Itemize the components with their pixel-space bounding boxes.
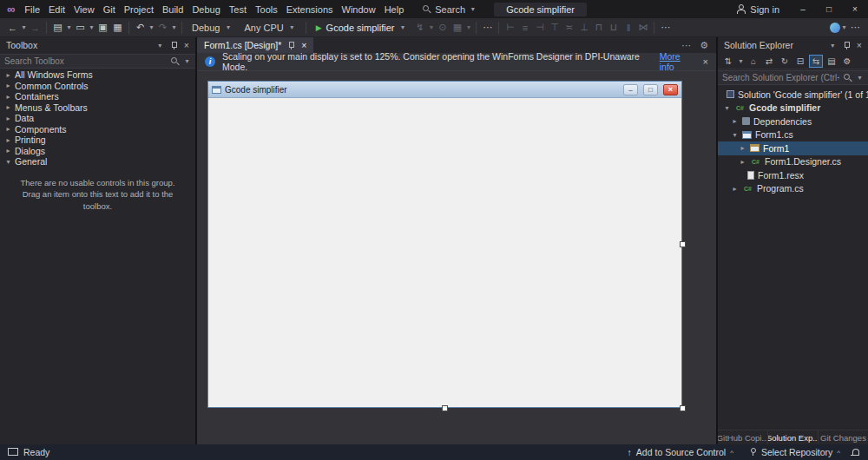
close-icon[interactable]: × [301, 40, 306, 50]
tree-item-project[interactable]: ▾ C# Gcode simplifier [718, 102, 868, 115]
select-repository-button[interactable]: Select Repository ^ [744, 447, 845, 457]
start-debugging-button[interactable]: ▶ Gcode simplifier ▾ [310, 21, 413, 35]
refresh-icon[interactable]: ↻ [778, 55, 792, 68]
toolbox-group-data[interactable]: ▸ Data [0, 113, 195, 124]
navigate-back-icon[interactable]: ← [5, 20, 20, 36]
design-form[interactable]: Gcode simplifier – □ × [207, 81, 682, 408]
search-icon[interactable] [170, 56, 180, 66]
toolbox-group-menus-toolbars[interactable]: ▸ Menus & Toolbars [0, 102, 195, 114]
menu-build[interactable]: Build [158, 3, 187, 16]
form-title-bar[interactable]: Gcode simplifier – □ × [208, 82, 681, 98]
toolbox-group-common-controls[interactable]: ▸ Common Controls [0, 81, 195, 92]
switch-views-dropdown-icon[interactable]: ▾ [737, 57, 745, 65]
menu-help[interactable]: Help [380, 3, 409, 16]
chevron-right-icon[interactable]: ▸ [739, 144, 746, 152]
menu-file[interactable]: File [20, 3, 44, 16]
chevron-down-icon[interactable]: ▾ [731, 131, 739, 139]
more-info-link[interactable]: More info [660, 51, 696, 72]
menu-extensions[interactable]: Extensions [282, 3, 338, 16]
resize-handle-right[interactable] [680, 241, 686, 247]
search-options-icon[interactable]: ▾ [856, 74, 864, 82]
window-position-icon[interactable]: ▾ [156, 42, 164, 49]
tab-github-copilot[interactable]: GitHub Copi... [718, 430, 768, 444]
save-all-icon[interactable]: ▦ [110, 20, 125, 36]
tree-item-solution[interactable]: Solution 'Gcode simplifier' (1 of 1 proj… [718, 88, 868, 102]
pin-icon[interactable] [170, 41, 178, 50]
tree-item-dependencies[interactable]: ▸ Dependencies [718, 115, 868, 128]
toolbox-group-all-windows-forms[interactable]: ▸ All Windows Forms [0, 69, 195, 81]
open-file-dropdown-icon[interactable]: ▾ [88, 23, 95, 31]
chevron-down-icon[interactable]: ▾ [4, 158, 12, 166]
chevron-right-icon[interactable]: ▸ [4, 93, 12, 101]
toolbox-search-input[interactable] [4, 56, 167, 66]
tree-item-form1-designer-cs[interactable]: ▸ C# Form1.Designer.cs [718, 155, 868, 169]
home-icon[interactable]: ⌂ [746, 55, 760, 68]
chevron-down-icon[interactable]: ▾ [723, 104, 731, 112]
toolbox-group-containers[interactable]: ▸ Containers [0, 91, 195, 102]
chevron-right-icon[interactable]: ▸ [4, 125, 12, 133]
close-icon[interactable]: × [857, 40, 862, 50]
form-minimize-button[interactable]: – [623, 84, 638, 95]
tab-solution-explorer[interactable]: Solution Exp... [768, 430, 819, 444]
pin-icon[interactable] [287, 41, 295, 50]
designer-toolbar-more-icon[interactable]: ⋯ [658, 20, 673, 36]
window-position-icon[interactable]: ▾ [829, 42, 837, 49]
close-icon[interactable]: × [184, 40, 189, 50]
navigate-back-dropdown-icon[interactable]: ▾ [20, 23, 28, 31]
background-tasks-icon[interactable] [8, 448, 17, 457]
chevron-right-icon[interactable]: ▸ [731, 117, 739, 125]
undo-dropdown-icon[interactable]: ▾ [148, 23, 155, 31]
toolbar-overflow-icon[interactable]: ⋯ [848, 20, 863, 36]
pin-icon[interactable] [843, 41, 851, 50]
chevron-right-icon[interactable]: ▸ [4, 136, 12, 144]
form-client-area[interactable] [208, 98, 681, 407]
show-all-files-icon[interactable]: ▤ [825, 55, 838, 68]
switch-views-icon[interactable]: ⇅ [721, 55, 735, 68]
add-to-source-control-button[interactable]: ↑ Add to Source Control ^ [622, 447, 739, 457]
chevron-right-icon[interactable]: ▸ [4, 103, 12, 111]
chevron-right-icon[interactable]: ▸ [4, 82, 12, 89]
tree-item-form1-resx[interactable]: Form1.resx [718, 168, 868, 182]
collapse-all-icon[interactable]: ⊟ [793, 55, 807, 68]
menu-edit[interactable]: Edit [44, 3, 69, 16]
menu-debug[interactable]: Debug [187, 3, 224, 16]
chevron-right-icon[interactable]: ▸ [731, 185, 739, 193]
save-icon[interactable]: ▣ [95, 20, 110, 36]
new-file-dropdown-icon[interactable]: ▾ [65, 23, 73, 31]
toolbox-group-components[interactable]: ▸ Components [0, 124, 195, 135]
toolbox-group-printing[interactable]: ▸ Printing [0, 135, 195, 146]
tab-git-changes[interactable]: Git Changes [819, 430, 868, 444]
chevron-right-icon[interactable]: ▸ [4, 147, 12, 154]
designer-surface[interactable]: Gcode simplifier – □ × [197, 71, 716, 444]
solution-configurations-dropdown[interactable]: Debug ▾ [186, 21, 238, 35]
form-maximize-button[interactable]: □ [643, 84, 658, 95]
maximize-button[interactable]: □ [816, 0, 842, 18]
info-bar-close-icon[interactable]: × [703, 56, 708, 67]
solution-platforms-dropdown[interactable]: Any CPU ▾ [238, 21, 301, 35]
menu-view[interactable]: View [69, 3, 99, 16]
tree-item-form1-cs[interactable]: ▾ Form1.cs [718, 128, 868, 142]
chevron-right-icon[interactable]: ▸ [739, 158, 746, 166]
notifications-bell-icon[interactable] [851, 448, 860, 457]
menu-window[interactable]: Window [338, 3, 380, 16]
copilot-icon[interactable] [830, 23, 840, 33]
preview-selected-items-icon[interactable]: ⇆ [809, 55, 823, 68]
new-file-icon[interactable]: ▤ [50, 20, 65, 36]
toolbox-group-general[interactable]: ▾ General [0, 156, 195, 168]
resize-handle-bottom[interactable] [442, 405, 448, 411]
tree-item-program-cs[interactable]: ▸ C# Program.cs [718, 182, 868, 196]
solution-explorer-search-input[interactable] [722, 73, 839, 82]
tree-item-form1[interactable]: ▸ Form1 [718, 141, 868, 155]
sync-with-active-document-icon[interactable]: ⇄ [762, 55, 776, 68]
search-flyout[interactable]: Search ▾ [417, 3, 482, 16]
close-button[interactable]: × [842, 0, 868, 18]
search-icon[interactable] [843, 73, 852, 82]
window-title[interactable]: Gcode simplifier [494, 3, 587, 16]
search-options-icon[interactable]: ▾ [183, 57, 191, 65]
sign-in-button[interactable]: Sign in [726, 4, 790, 15]
copilot-dropdown-icon[interactable]: ▾ [840, 23, 848, 31]
menu-test[interactable]: Test [225, 3, 251, 16]
toolbar-more-icon[interactable]: ⋯ [480, 20, 495, 36]
menu-git[interactable]: Git [99, 3, 120, 16]
resize-handle-corner[interactable] [680, 405, 686, 411]
